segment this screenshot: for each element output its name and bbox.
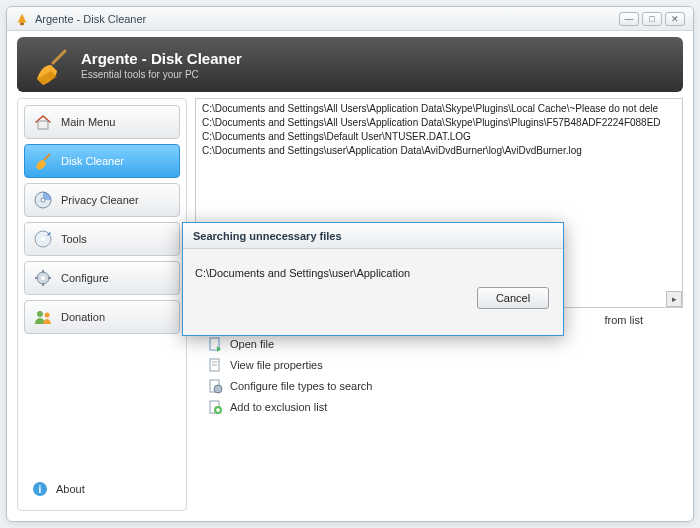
action-label: View file properties [230,359,323,371]
action-label: Open file [230,338,274,350]
action-add-exclusion[interactable]: Add to exclusion list [207,399,671,415]
sidebar-item-label: Privacy Cleaner [61,194,139,206]
svg-line-1 [53,51,65,63]
sidebar-item-configure[interactable]: Configure [24,261,180,295]
svg-point-9 [41,276,45,280]
action-configure-types[interactable]: Configure file types to search [207,378,671,394]
window-controls: — □ ✕ [619,12,685,26]
svg-line-3 [44,154,50,160]
searching-dialog: Searching unnecessary files C:\Documents… [182,222,564,336]
home-icon [33,112,53,132]
gear-icon [33,268,53,288]
svg-point-7 [41,237,45,241]
action-open-file[interactable]: Open file [207,336,671,352]
svg-point-5 [41,198,45,202]
file-row[interactable]: C:\Documents and Settings\Default User\N… [202,130,676,144]
sidebar-item-label: Main Menu [61,116,115,128]
header-subtitle: Essential tools for your PC [81,69,242,80]
svg-rect-0 [20,22,24,25]
svg-point-10 [37,311,43,317]
file-row[interactable]: C:\Documents and Settings\user\Applicati… [202,144,676,158]
sidebar-item-label: Disk Cleaner [61,155,124,167]
close-button[interactable]: ✕ [665,12,685,26]
people-icon [33,307,53,327]
document-open-icon [207,336,223,352]
app-icon [15,12,29,26]
svg-point-19 [214,385,222,393]
broom-small-icon [33,151,53,171]
sidebar-item-label: Tools [61,233,87,245]
action-label: Add to exclusion list [230,401,327,413]
sidebar-item-main-menu[interactable]: Main Menu [24,105,180,139]
sidebar-item-label: About [56,483,85,495]
action-list: Open file View file properties Configure… [195,332,683,419]
tools-icon [33,229,53,249]
svg-text:i: i [39,484,42,495]
minimize-button[interactable]: — [619,12,639,26]
document-info-icon [207,357,223,373]
dialog-title: Searching unnecessary files [183,223,563,249]
svg-rect-2 [38,121,48,129]
scroll-right-icon[interactable]: ▸ [666,291,682,307]
sidebar-item-tools[interactable]: Tools [24,222,180,256]
sidebar-item-donation[interactable]: Donation [24,300,180,334]
sidebar-item-about[interactable]: i About [24,474,180,504]
action-label: Configure file types to search [230,380,372,392]
disc-icon [33,190,53,210]
file-row[interactable]: C:\Documents and Settings\All Users\Appl… [202,102,676,116]
header-title: Argente - Disk Cleaner [81,50,242,67]
svg-point-11 [45,313,50,318]
file-row[interactable]: C:\Documents and Settings\All Users\Appl… [202,116,676,130]
header-band: Argente - Disk Cleaner Essential tools f… [17,37,683,92]
sidebar-item-label: Donation [61,311,105,323]
action-view-properties[interactable]: View file properties [207,357,671,373]
broom-icon [31,45,71,85]
sidebar-item-disk-cleaner[interactable]: Disk Cleaner [24,144,180,178]
cancel-button[interactable]: Cancel [477,287,549,309]
titlebar: Argente - Disk Cleaner — □ ✕ [7,7,693,31]
sidebar: Main Menu Disk Cleaner Privacy Cleaner T… [17,98,187,511]
document-plus-icon [207,399,223,415]
document-gear-icon [207,378,223,394]
dialog-path: C:\Documents and Settings\user\Applicati… [183,249,563,287]
info-icon: i [32,481,48,497]
maximize-button[interactable]: □ [642,12,662,26]
sidebar-item-privacy-cleaner[interactable]: Privacy Cleaner [24,183,180,217]
sidebar-item-label: Configure [61,272,109,284]
window-title: Argente - Disk Cleaner [35,13,619,25]
